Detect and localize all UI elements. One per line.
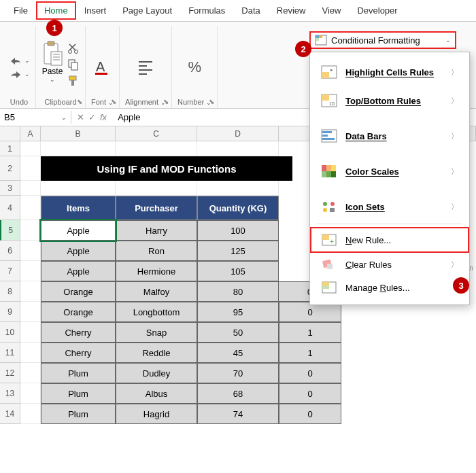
row-header[interactable]: 1 — [0, 141, 20, 156]
table-cell[interactable]: Hagrid — [116, 404, 197, 424]
table-cell[interactable]: Apple — [41, 261, 116, 281]
name-box[interactable]: B5⌄ — [0, 111, 71, 124]
table-cell[interactable]: 1 — [279, 343, 341, 363]
svg-text:+: + — [330, 238, 334, 245]
table-cell[interactable]: Harry — [116, 220, 197, 241]
row-header[interactable]: 14 — [0, 404, 20, 424]
format-painter-button[interactable] — [67, 75, 80, 87]
tab-formulas[interactable]: Formulas — [180, 1, 233, 20]
table-cell[interactable]: Dudley — [116, 363, 197, 383]
table-cell[interactable]: Reddle — [116, 343, 197, 363]
table-cell[interactable]: Plum — [41, 363, 116, 383]
table-cell[interactable]: 125 — [197, 241, 279, 261]
table-cell[interactable]: 95 — [197, 302, 279, 322]
redo-button[interactable]: ⌄ — [8, 69, 30, 79]
menu-data-bars[interactable]: Data Bars 〉 — [310, 122, 469, 150]
row-header[interactable]: 9 — [0, 302, 20, 322]
table-cell[interactable]: Orange — [41, 302, 116, 322]
table-cell[interactable]: Malfoy — [116, 281, 197, 302]
table-cell[interactable]: 100 — [197, 220, 279, 241]
conditional-formatting-button[interactable]: Conditional Formatting ⌄ — [309, 31, 456, 49]
select-all-corner[interactable] — [0, 126, 20, 141]
chevron-right-icon: 〉 — [451, 202, 458, 212]
menu-clear-rules[interactable]: Clear Rules 〉 — [310, 253, 469, 276]
chevron-right-icon: 〉 — [451, 167, 458, 177]
row-header[interactable]: 10 — [0, 322, 20, 343]
tab-data[interactable]: Data — [233, 1, 268, 20]
svg-rect-30 — [331, 171, 336, 177]
table-cell[interactable]: Cherry — [41, 322, 116, 343]
table-cell[interactable]: 68 — [197, 383, 279, 404]
group-undo-label: Undo — [10, 98, 28, 106]
active-cell[interactable]: Apple — [41, 220, 116, 241]
menu-highlight-cells[interactable]: ▸ Highlight Cells Rules 〉 — [310, 58, 469, 86]
enter-formula-icon[interactable]: ✓ — [88, 112, 96, 122]
col-header-c[interactable]: C — [116, 126, 197, 141]
table-cell[interactable]: Cherry — [41, 343, 116, 363]
menu-manage-rules[interactable]: Manage Rules... — [310, 276, 469, 299]
row-header[interactable]: 2 — [0, 156, 20, 181]
paste-button[interactable]: Paste ⌄ — [41, 41, 63, 83]
fx-icon[interactable]: fx — [100, 112, 107, 122]
row-header[interactable]: 5 — [0, 220, 20, 241]
col-header-a[interactable]: A — [20, 126, 41, 141]
row-header[interactable]: 3 — [0, 181, 20, 196]
table-cell[interactable]: Hermione — [116, 261, 197, 281]
group-alignment: Alignment ⌄ ⬊ — [120, 26, 172, 108]
svg-rect-39 — [327, 264, 333, 269]
table-cell[interactable]: 45 — [197, 343, 279, 363]
row-header[interactable]: 6 — [0, 241, 20, 261]
row-header[interactable]: 12 — [0, 363, 20, 383]
top-bottom-icon: 10 — [321, 93, 337, 108]
table-cell[interactable]: Albus — [116, 383, 197, 404]
menu-new-rule[interactable]: + New Rule... — [310, 227, 469, 253]
tab-home[interactable]: Home — [36, 1, 76, 20]
menu-top-bottom[interactable]: 10 Top/Bottom Rules 〉 — [310, 86, 469, 115]
cut-button[interactable] — [67, 42, 80, 54]
tab-file[interactable]: File — [5, 1, 36, 20]
table-cell[interactable]: Ron — [116, 241, 197, 261]
table-cell[interactable]: Plum — [41, 404, 116, 424]
table-cell[interactable]: 105 — [197, 261, 279, 281]
alignment-launcher[interactable]: ⬊ — [163, 98, 169, 105]
tab-page-layout[interactable]: Page Layout — [114, 1, 180, 20]
chevron-right-icon: 〉 — [451, 67, 458, 77]
copy-button[interactable] — [67, 58, 80, 71]
col-header-b[interactable]: B — [41, 126, 116, 141]
row-header[interactable]: 8 — [0, 281, 20, 302]
row-header[interactable]: 4 — [0, 196, 20, 220]
menu-icon-sets[interactable]: Icon Sets 〉 — [310, 192, 469, 221]
table-cell[interactable]: Snap — [116, 322, 197, 343]
tab-developer[interactable]: Developer — [349, 1, 405, 20]
table-cell[interactable]: 0 — [279, 404, 341, 424]
table-cell[interactable]: 0 — [279, 363, 341, 383]
table-cell[interactable]: 0 — [279, 383, 341, 404]
tab-insert[interactable]: Insert — [76, 1, 115, 20]
menu-color-scales[interactable]: Color Scales 〉 — [310, 157, 469, 186]
font-launcher[interactable]: ⬊ — [111, 98, 116, 105]
copy-icon — [67, 58, 80, 71]
table-cell[interactable]: 70 — [197, 363, 279, 383]
table-cell[interactable]: 74 — [197, 404, 279, 424]
number-launcher[interactable]: ⬊ — [209, 98, 214, 105]
row-header[interactable]: 7 — [0, 261, 20, 281]
tab-review[interactable]: Review — [269, 1, 314, 20]
table-cell[interactable]: 50 — [197, 322, 279, 343]
table-cell[interactable]: Orange — [41, 281, 116, 302]
clipboard-launcher[interactable]: ⬊ — [77, 98, 82, 105]
table-cell[interactable]: Longbottom — [116, 302, 197, 322]
table-cell[interactable]: Plum — [41, 383, 116, 404]
col-header-d[interactable]: D — [197, 126, 279, 141]
svg-rect-41 — [322, 282, 329, 285]
table-cell[interactable]: 1 — [279, 322, 341, 343]
undo-button[interactable]: ⌄ — [8, 56, 30, 65]
table-cell[interactable]: Apple — [41, 241, 116, 261]
cancel-formula-icon[interactable]: ✕ — [77, 112, 84, 122]
tab-view[interactable]: View — [313, 1, 349, 20]
chevron-right-icon: 〉 — [451, 131, 458, 141]
group-number: % Number ⌄ ⬊ — [172, 26, 218, 108]
cf-icon — [315, 35, 327, 46]
row-header[interactable]: 13 — [0, 383, 20, 404]
table-cell[interactable]: 80 — [197, 281, 279, 302]
row-header[interactable]: 11 — [0, 343, 20, 363]
